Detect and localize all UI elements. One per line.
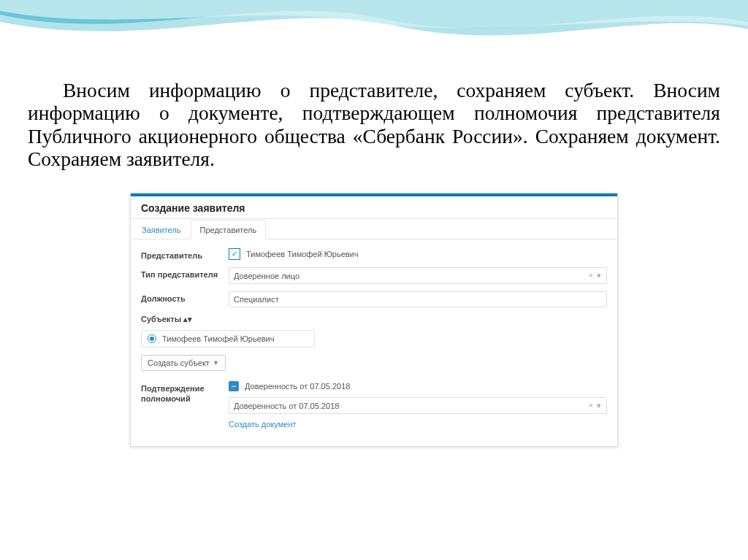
authority-doc-name: Доверенность от 07.05.2018	[245, 382, 350, 391]
create-subject-dropdown[interactable]: Создать субъект ▼	[141, 355, 226, 371]
representative-name: Тимофеев Тимофей Юрьевич	[246, 250, 358, 258]
representative-label: Представитель	[141, 248, 229, 260]
rep-type-label: Тип представителя	[141, 267, 229, 279]
chevron-down-icon: ▼	[213, 359, 219, 367]
authority-doc-select-value: Доверенность от 07.05.2018	[234, 402, 339, 410]
clear-select-icon[interactable]: × ▾	[589, 401, 602, 410]
position-input[interactable]: Специалист	[229, 291, 607, 307]
authority-label: Подтверждение полномочий	[141, 381, 229, 404]
subjects-heading: Субъекты ▴▾	[141, 315, 607, 324]
instruction-paragraph: Вносим информацию о представителе, сохра…	[28, 79, 720, 172]
tab-applicant[interactable]: Заявитель	[132, 220, 191, 239]
authority-doc-select[interactable]: Доверенность от 07.05.2018 × ▾	[229, 397, 607, 414]
rep-type-value: Доверенное лицо	[234, 272, 299, 280]
subject-radio[interactable]	[148, 334, 156, 343]
position-label: Должность	[141, 291, 229, 303]
create-subject-label: Создать субъект	[148, 358, 210, 367]
form-screenshot: Создание заявителя Заявитель Представите…	[130, 193, 618, 447]
create-document-link[interactable]: Создать документ	[229, 420, 297, 429]
clear-select-icon[interactable]: × ▾	[589, 271, 602, 280]
remove-doc-button[interactable]: −	[229, 381, 239, 391]
subject-name: Тимофеев Тимофей Юрьевич	[162, 334, 274, 343]
subject-item[interactable]: Тимофеев Тимофей Юрьевич	[141, 330, 315, 348]
rep-type-select[interactable]: Доверенное лицо × ▾	[229, 267, 607, 284]
tab-bar: Заявитель Представитель	[131, 219, 617, 239]
panel-title: Создание заявителя	[131, 196, 617, 219]
tab-representative[interactable]: Представитель	[191, 220, 267, 239]
representative-checkbox[interactable]: ✓	[229, 248, 240, 260]
